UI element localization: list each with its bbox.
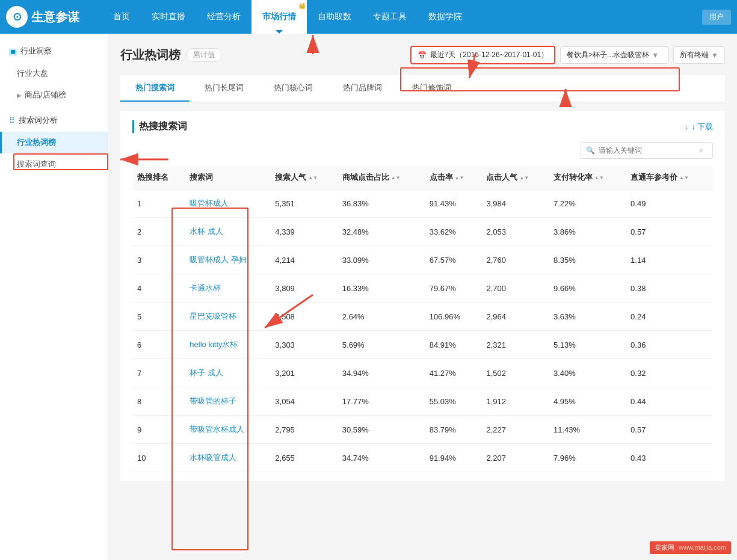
sidebar-item-search-query[interactable]: 搜索词查询 [0, 153, 108, 175]
col-ctr[interactable]: 点击率▲▼ [425, 166, 482, 189]
nav-selfservice[interactable]: 自助取数 [307, 0, 362, 34]
keyword-link[interactable]: hello kitty水杯 [190, 340, 238, 349]
section-title-row: 热搜搜索词 ↓ ↓ 下载 [132, 120, 713, 133]
nav-analysis[interactable]: 经营分析 [196, 0, 251, 34]
tab-brand-words[interactable]: 热门品牌词 [328, 75, 397, 102]
table-row: 6 hello kitty水杯 3,303 5.69% 84.91% 2,321… [132, 331, 713, 359]
keyword-link[interactable]: 水杯吸管成人 [190, 453, 236, 462]
cell-mall-click: 2.64% [338, 303, 425, 331]
cell-search-pop: 4,339 [270, 218, 337, 246]
table-row: 5 星巴克吸管杯 3,508 2.64% 106.96% 2,964 3.63%… [132, 303, 713, 331]
content-area: 行业热词榜 累计值 📅 最近7天（2016-12-26~2017-01-01） … [108, 34, 737, 560]
category-text: 餐饮具>杯子...水壶吸管杯 [567, 50, 649, 60]
cell-ref-price: 0.36 [626, 331, 713, 359]
sort-icon-6: ▲▼ [679, 176, 689, 180]
tab-core-words[interactable]: 热门核心词 [259, 75, 328, 102]
col-mall-click[interactable]: 商城点击占比▲▼ [338, 166, 425, 189]
terminal-dropdown-icon: ▼ [711, 51, 718, 60]
cell-rank: 6 [132, 331, 185, 359]
cell-click-pop: 2,700 [481, 274, 548, 303]
keyword-link[interactable]: 带吸管的杯子 [190, 396, 236, 405]
keyword-search-input[interactable] [599, 146, 695, 155]
search-row: 🔍 × [132, 142, 713, 159]
terminal-selector[interactable]: 所有终端 ▼ [673, 46, 725, 64]
col-click-pop[interactable]: 点击人气▲▼ [481, 166, 548, 189]
col-search-pop[interactable]: 搜索人气▲▼ [270, 166, 337, 189]
logo-text: 生意参谋 [31, 9, 79, 25]
keyword-link[interactable]: 卡通水杯 [190, 283, 221, 292]
cell-pay-cvr: 11.43% [549, 416, 626, 444]
expand-arrow-icon: ▶ [17, 92, 22, 99]
cell-mall-click: 30.59% [338, 416, 425, 444]
page-title: 行业热词榜 [120, 47, 180, 63]
category-selector[interactable]: 餐饮具>杯子...水壶吸管杯 ▼ [560, 46, 668, 64]
sidebar-section-header-search[interactable]: ⠿ 搜索词分析 [0, 109, 108, 132]
cell-keyword: hello kitty水杯 [185, 331, 270, 359]
nav-items: 首页 实时直播 经营分析 市场行情 👑 自助取数 专题工具 数据学院 [102, 0, 702, 34]
cell-ref-price: 0.44 [626, 387, 713, 416]
cell-rank: 5 [132, 303, 185, 331]
clear-search-icon[interactable]: × [698, 146, 703, 155]
cell-ref-price: 0.24 [626, 303, 713, 331]
date-selector[interactable]: 📅 最近7天（2016-12-26~2017-01-01） [410, 46, 555, 64]
data-table: 热搜排名 搜索词 搜索人气▲▼ 商城点击占比▲▼ 点击率▲▼ 点击人气▲▼ 支付… [132, 166, 713, 472]
cell-rank: 7 [132, 359, 185, 387]
cell-search-pop: 3,201 [270, 359, 337, 387]
sidebar-section-industry: ▣ 行业洞察 行业大盘 ▶ 商品/店铺榜 [0, 40, 108, 106]
cell-pay-cvr: 5.13% [549, 331, 626, 359]
sidebar-item-hot-words[interactable]: 行业热词榜 [0, 132, 108, 153]
download-icon: ↓ [685, 122, 689, 131]
nav-academy[interactable]: 数据学院 [418, 0, 473, 34]
main-layout: ▣ 行业洞察 行业大盘 ▶ 商品/店铺榜 ⠿ 搜索词分析 行业热词榜 搜索词查询 [0, 34, 737, 560]
table-body: 1 吸管杯成人 5,351 36.83% 91.43% 3,984 7.22% … [132, 189, 713, 472]
nav-realtime[interactable]: 实时直播 [141, 0, 196, 34]
tab-long-tail[interactable]: 热门长尾词 [190, 75, 259, 102]
cell-pay-cvr: 3.63% [549, 303, 626, 331]
keyword-search-box: 🔍 × [581, 142, 713, 159]
col-rank: 热搜排名 [132, 166, 185, 189]
industry-section-icon: ▣ [9, 46, 17, 56]
cell-search-pop: 3,508 [270, 303, 337, 331]
cell-ref-price: 0.32 [626, 359, 713, 387]
keyword-link[interactable]: 水杯 成人 [190, 227, 223, 236]
cell-click-pop: 2,964 [481, 303, 548, 331]
cell-rank: 9 [132, 416, 185, 444]
tab-hot-search[interactable]: 热门搜索词 [120, 75, 190, 102]
nav-home[interactable]: 首页 [102, 0, 141, 34]
col-pay-cvr[interactable]: 支付转化率▲▼ [549, 166, 626, 189]
nav-tools[interactable]: 专题工具 [362, 0, 418, 34]
table-row: 10 水杯吸管成人 2,655 34.74% 91.94% 2,207 7.96… [132, 444, 713, 472]
download-button[interactable]: ↓ ↓ 下载 [685, 122, 713, 132]
cell-search-pop: 3,054 [270, 387, 337, 416]
keyword-link[interactable]: 星巴克吸管杯 [190, 312, 236, 321]
cell-ctr: 55.03% [425, 387, 482, 416]
cell-pay-cvr: 7.96% [549, 444, 626, 472]
sidebar-section-search: ⠿ 搜索词分析 行业热词榜 搜索词查询 [0, 109, 108, 175]
cell-ctr: 67.57% [425, 246, 482, 274]
sort-icon: ▲▼ [308, 176, 318, 180]
cell-search-pop: 2,795 [270, 416, 337, 444]
table-row: 9 带吸管水杯成人 2,795 30.59% 83.79% 2,227 11.4… [132, 416, 713, 444]
sidebar-item-product-rank[interactable]: ▶ 商品/店铺榜 [0, 84, 108, 106]
industry-section-label: 行业洞察 [20, 46, 52, 57]
cell-click-pop: 2,321 [481, 331, 548, 359]
tab-modifier-words[interactable]: 热门修饰词 [397, 75, 466, 102]
keyword-link[interactable]: 吸管杯成人 [190, 198, 229, 208]
user-info[interactable]: 用户 [702, 10, 731, 25]
cell-ref-price: 0.57 [626, 416, 713, 444]
cell-ref-price: 0.38 [626, 274, 713, 303]
keyword-link[interactable]: 吸管杯成人 孕妇 [190, 255, 247, 264]
keyword-link[interactable]: 杯子 成人 [190, 368, 223, 377]
cell-search-pop: 2,655 [270, 444, 337, 472]
col-ref-price[interactable]: 直通车参考价▲▼ [626, 166, 713, 189]
sort-icon-5: ▲▼ [594, 176, 604, 180]
cell-mall-click: 34.74% [338, 444, 425, 472]
cell-keyword: 卡通水杯 [185, 274, 270, 303]
keyword-link[interactable]: 带吸管水杯成人 [190, 425, 244, 434]
cell-click-pop: 2,760 [481, 246, 548, 274]
sidebar-section-header-industry[interactable]: ▣ 行业洞察 [0, 40, 108, 63]
cell-ctr: 91.94% [425, 444, 482, 472]
cell-click-pop: 2,207 [481, 444, 548, 472]
sidebar-item-industry-dashboard[interactable]: 行业大盘 [0, 63, 108, 84]
nav-market[interactable]: 市场行情 👑 [251, 0, 307, 34]
